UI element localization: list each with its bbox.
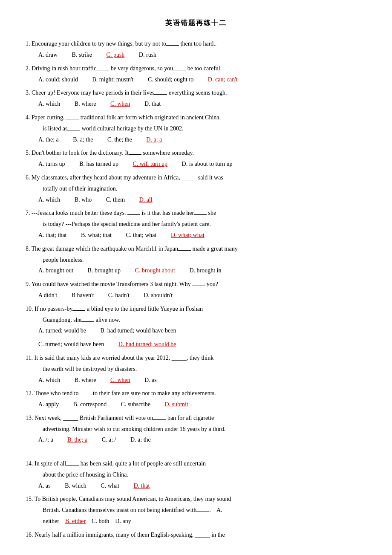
q7-text1: 7. ---Jessica looks much better these da…: [26, 208, 366, 218]
q2-text: 2. Driving in rush hour traffic be very …: [26, 64, 366, 74]
q10-options1: A. turned; would be B. had turned; would…: [38, 326, 366, 336]
q4-text1: 4. Paper cutting, traditional folk art f…: [26, 113, 366, 123]
question-14: 14. In spite of all has been said, quite…: [26, 459, 366, 491]
q8-options: A. brought out B. brought up C. brought …: [38, 266, 366, 276]
q10-text1: 10. If no passers-by a blind eye to the …: [26, 304, 366, 314]
q2-options: A. could; should B. might; mustn't C. sh…: [38, 75, 366, 85]
page-title: 英语错题再练十二: [26, 17, 366, 29]
question-8: 8. The great damage which the earthquake…: [26, 244, 366, 276]
q7-options: A. that; that B. what; that C. that; wha…: [38, 230, 366, 240]
question-6: 6. My classmates, after they heard about…: [26, 173, 366, 205]
q3-text: 3. Cheer up! Everyone may have periods i…: [26, 88, 366, 98]
q5-options: A. turns up B. has turned up C. will tur…: [38, 159, 366, 169]
q4-options: A. the; a B. a; the C. the; the D. a; a: [38, 135, 366, 145]
question-7: 7. ---Jessica looks much better these da…: [26, 208, 366, 240]
question-13: 13. Next week, _____ British Parliament …: [26, 413, 366, 445]
q1-text: 1. Encourage your children to try new th…: [26, 39, 366, 49]
q10-options2: C. turned; would have been D. had turned…: [38, 339, 366, 350]
question-1: 1. Encourage your children to try new th…: [26, 39, 366, 60]
q13-options: A. /; a B. the; a C. a; / D. a; the: [38, 435, 366, 445]
question-3: 3. Cheer up! Everyone may have periods i…: [26, 88, 366, 109]
question-2: 2. Driving in rush hour traffic be very …: [26, 64, 366, 85]
q7-text2: is today? ---Perhaps the special medicin…: [43, 219, 366, 229]
question-10: 10. If no passers-by a blind eye to the …: [26, 304, 366, 350]
q6-text2: totally out of their imagination.: [43, 184, 366, 194]
q15-text1: 15. To British people, Canadians may sou…: [26, 494, 366, 504]
q14-options: A. as B. which C. what D. that: [38, 481, 366, 491]
q6-options: A. which B. who C. them D. all: [38, 195, 366, 205]
q11-text2: the earth will be destroyed by disasters…: [43, 364, 366, 374]
q8-text1: 8. The great damage which the earthquake…: [26, 244, 366, 254]
questions-container: 1. Encourage your children to try new th…: [26, 39, 366, 540]
q16-text: 16. Nearly half a million immigrants, ma…: [26, 530, 366, 540]
q13-text1: 13. Next week, _____ British Parliament …: [26, 413, 366, 423]
question-15: 15. To British people, Canadians may sou…: [26, 494, 366, 526]
q11-text1: 11. It is said that many kids are worrie…: [26, 353, 366, 363]
q13-text2: advertising. Minister wish to cut smokin…: [43, 424, 366, 434]
question-16: 16. Nearly half a million immigrants, ma…: [26, 530, 366, 540]
q14-text2: about the price of housing in China.: [43, 470, 366, 480]
q3-options: A. which B. where C. when D. that: [38, 99, 366, 109]
q14-text1: 14. In spite of all has been said, quite…: [26, 459, 366, 469]
q8-text2: people homeless.: [43, 255, 366, 265]
q1-options: A. draw B. strike C. push D. rush: [38, 50, 366, 60]
q11-options: A. which B. where C. when D. as: [38, 375, 366, 385]
question-9: 9. You could have watched the movie Tran…: [26, 279, 366, 301]
q15-text2: British. Canadians themselves insist on …: [43, 505, 366, 515]
q12-text: 12. Those who tend to to their fate are …: [26, 388, 366, 399]
q6-text1: 6. My classmates, after they heard about…: [26, 173, 366, 183]
q9-text: 9. You could have watched the movie Tran…: [26, 279, 366, 289]
question-12: 12. Those who tend to to their fate are …: [26, 388, 366, 410]
q12-options: A. apply B. correspond C. subscribe D. s…: [38, 399, 366, 410]
question-4: 4. Paper cutting, traditional folk art f…: [26, 113, 366, 145]
question-5: 5. Don't bother to look for the dictiona…: [26, 148, 366, 169]
q4-text2: is listed as world cultural heritage by …: [43, 124, 366, 134]
q15-text3: neither B. either C. both D. any: [43, 516, 366, 526]
q9-options: A didn't B haven't C. hadn't D. shouldn'…: [38, 290, 366, 301]
q10-text2: Guangdong, she alive now.: [43, 315, 366, 325]
q5-text: 5. Don't bother to look for the dictiona…: [26, 148, 366, 158]
question-11: 11. It is said that many kids are worrie…: [26, 353, 366, 385]
